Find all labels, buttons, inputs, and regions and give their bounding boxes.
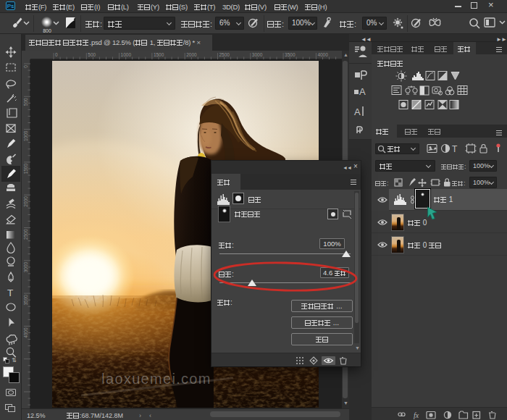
svg-text:fx: fx xyxy=(414,411,419,419)
svg-text:2000: 2000 xyxy=(23,196,28,207)
svg-text:2500: 2500 xyxy=(219,52,230,57)
svg-text:4000: 4000 xyxy=(317,52,328,57)
svg-text:A: A xyxy=(354,106,361,117)
svg-text:2000: 2000 xyxy=(186,52,197,57)
svg-text:3500: 3500 xyxy=(23,295,28,306)
svg-text:500: 500 xyxy=(23,98,28,106)
svg-text:1500: 1500 xyxy=(23,164,28,175)
svg-text:2500: 2500 xyxy=(23,229,28,240)
svg-text:A: A xyxy=(359,86,366,97)
svg-text:3000: 3000 xyxy=(252,52,263,57)
svg-text:500: 500 xyxy=(88,52,96,57)
svg-text:1000: 1000 xyxy=(121,52,132,57)
svg-text:1000: 1000 xyxy=(23,130,28,141)
svg-text:laoxuemei.com: laoxuemei.com xyxy=(101,371,211,387)
svg-text:4000: 4000 xyxy=(23,327,28,338)
svg-text:0: 0 xyxy=(55,52,58,57)
svg-text:3000: 3000 xyxy=(23,261,28,272)
svg-text:1500: 1500 xyxy=(154,52,164,57)
svg-text:3500: 3500 xyxy=(285,52,296,57)
svg-text:T: T xyxy=(452,144,458,154)
svg-text:0: 0 xyxy=(23,65,28,68)
svg-text:T: T xyxy=(7,287,13,298)
